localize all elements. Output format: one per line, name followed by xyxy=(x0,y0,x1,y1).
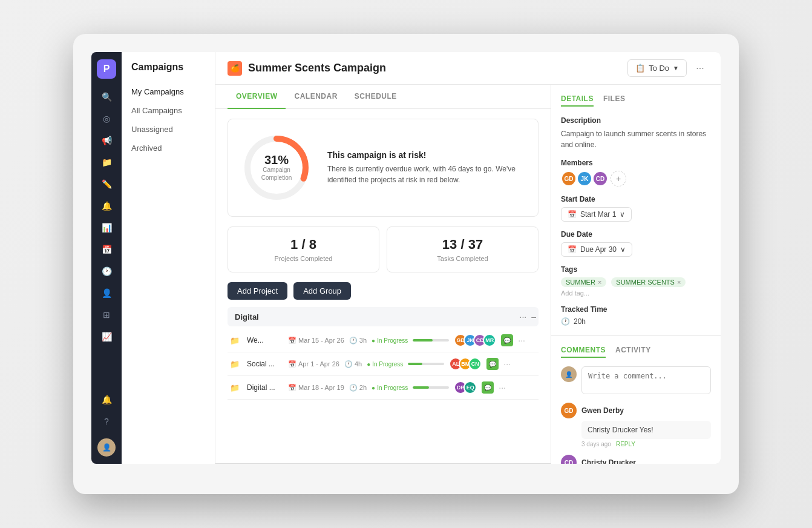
nav-my-campaigns[interactable]: My Campaigns xyxy=(122,82,215,101)
nav-unassigned[interactable]: Unassigned xyxy=(122,120,215,139)
tags-label: Tags xyxy=(561,265,711,274)
folder-icon-2: 📁 xyxy=(230,358,242,370)
user-avatar[interactable]: 👤 xyxy=(97,438,116,457)
tag-close-1[interactable]: × xyxy=(598,279,601,286)
row-more-3[interactable]: ··· xyxy=(499,383,506,392)
help-icon[interactable]: ? xyxy=(97,412,116,431)
tag-summer: SUMMER × xyxy=(561,277,606,287)
tabs: OVERVIEW CALENDAR SCHEDULE xyxy=(215,85,551,109)
tracked-time-label: Tracked Time xyxy=(561,305,711,314)
project-name-1: We... xyxy=(247,336,283,345)
clock-icon: 🕐 xyxy=(561,317,570,326)
add-project-button[interactable]: Add Project xyxy=(228,282,287,300)
projects-completed-value: 1 / 8 xyxy=(238,237,369,252)
project-dates-3: 📅Mar 18 - Apr 19 xyxy=(288,384,344,392)
progress-bar-1 xyxy=(413,339,449,342)
group-actions: ··· – xyxy=(520,312,536,322)
comment-avatar-1: GD xyxy=(561,403,577,418)
reply-button-1[interactable]: REPLY xyxy=(616,441,635,447)
users-icon[interactable]: 👤 xyxy=(97,283,116,303)
app-logo[interactable]: P xyxy=(97,59,116,79)
tab-activity[interactable]: ACTIVITY xyxy=(615,346,651,358)
tasks-completed-label: Tasks Completed xyxy=(397,255,528,262)
add-group-button[interactable]: Add Group xyxy=(293,282,351,300)
comment-author-2: Christy Drucker xyxy=(581,458,636,464)
add-tag-button[interactable]: Add tag... xyxy=(561,289,589,297)
project-name-3: Digital ... xyxy=(247,383,283,392)
member-avatar-2: JK xyxy=(577,171,592,186)
campaign-title: Summer Scents Campaign xyxy=(248,62,627,74)
group-collapse-icon[interactable]: – xyxy=(531,312,536,322)
tab-details[interactable]: DETAILS xyxy=(561,94,594,107)
risk-text: This campaign is at risk! There is curre… xyxy=(327,150,526,185)
analytics-icon[interactable]: 📈 xyxy=(97,327,116,346)
progress-bar-3 xyxy=(413,386,449,389)
member-avatar-1: GD xyxy=(561,171,577,186)
project-row-3: 📁 Digital ... 📅Mar 18 - Apr 19 🕐2h ●In P… xyxy=(228,376,539,400)
nav-panel: Campaigns My Campaigns All Campaigns Una… xyxy=(122,52,215,464)
due-date-value: Due Apr 30 xyxy=(580,245,617,254)
nav-archived[interactable]: Archived xyxy=(122,139,215,157)
campaigns-icon[interactable]: 📢 xyxy=(97,131,116,150)
chevron-icon: ∨ xyxy=(620,210,625,219)
stats-row: 1 / 8 Projects Completed 13 / 37 Tasks C… xyxy=(228,226,539,272)
donut-percent: 31% xyxy=(261,154,292,166)
description-label: Description xyxy=(561,116,711,125)
comment-author-1: Gwen Derby xyxy=(581,406,624,415)
tab-schedule[interactable]: SCHEDULE xyxy=(346,85,405,109)
icon-sidebar: P 🔍 ◎ 📢 📁 ✏️ 🔔 📊 📅 🕐 👤 ⊞ 📈 🔔 ? 👤 xyxy=(91,52,122,464)
notifications-icon[interactable]: 🔔 xyxy=(97,196,116,216)
progress-bar-2 xyxy=(408,363,444,365)
start-date-button[interactable]: 📅 Start Mar 1 ∨ xyxy=(561,207,632,222)
tab-overview[interactable]: OVERVIEW xyxy=(228,85,286,109)
comment-item-2: CD Christy Drucker xyxy=(561,455,711,464)
group-more-icon[interactable]: ··· xyxy=(520,312,527,322)
project-name-2: Social ... xyxy=(247,360,283,368)
member-avatar-3: CD xyxy=(592,171,608,186)
add-member-button[interactable]: + xyxy=(611,171,626,186)
comment-meta-1: 3 days ago REPLY xyxy=(581,441,711,447)
chevron-icon-2: ∨ xyxy=(620,245,626,254)
comment-input[interactable] xyxy=(581,366,711,394)
reports-icon[interactable]: 📊 xyxy=(97,218,116,237)
projects-completed-card: 1 / 8 Projects Completed xyxy=(228,226,379,272)
chat-icon-1[interactable]: 💬 xyxy=(501,334,513,346)
project-time-3: 🕐2h xyxy=(349,384,367,392)
status-button[interactable]: 📋 To Do ▼ xyxy=(627,59,687,77)
row-more-2[interactable]: ··· xyxy=(503,359,511,369)
nav-all-campaigns[interactable]: All Campaigns xyxy=(122,101,215,120)
time-icon[interactable]: 🕐 xyxy=(97,262,116,281)
risk-description: There is currently overdue work, with 46… xyxy=(327,163,526,185)
action-buttons: Add Project Add Group xyxy=(228,282,539,300)
grid-icon[interactable]: ⊞ xyxy=(97,305,116,325)
alerts-icon[interactable]: 🔔 xyxy=(97,390,116,409)
more-options-button[interactable]: ··· xyxy=(692,60,709,77)
risk-title: This campaign is at risk! xyxy=(327,150,526,160)
search-icon[interactable]: 🔍 xyxy=(97,87,116,107)
donut-label-text: CampaignCompletion xyxy=(261,166,292,182)
files-icon[interactable]: 📁 xyxy=(97,153,116,172)
edit-icon[interactable]: ✏️ xyxy=(97,174,116,194)
main-panel: OVERVIEW CALENDAR SCHEDULE xyxy=(215,85,551,464)
home-icon[interactable]: ◎ xyxy=(97,109,116,128)
project-time-1: 🕐3h xyxy=(349,337,367,345)
tab-calendar[interactable]: CALENDAR xyxy=(286,85,345,109)
row-more-1[interactable]: ··· xyxy=(518,335,525,345)
due-date-button[interactable]: 📅 Due Apr 30 ∨ xyxy=(561,242,632,257)
folder-icon: 📁 xyxy=(230,334,242,346)
project-status-2: ●In Progress xyxy=(367,361,403,368)
main-content: 🍊 Summer Scents Campaign 📋 To Do ▼ ··· O… xyxy=(215,52,721,464)
project-status-1: ●In Progress xyxy=(372,337,408,344)
tab-files[interactable]: FILES xyxy=(603,94,626,107)
chat-icon-3[interactable]: 💬 xyxy=(482,381,494,394)
comment-item-1: GD Gwen Derby Christy Drucker Yes! 3 day… xyxy=(561,403,711,447)
chat-icon-2[interactable]: 💬 xyxy=(486,358,499,370)
top-bar: 🍊 Summer Scents Campaign 📋 To Do ▼ ··· xyxy=(215,52,721,85)
overview-content: 31% CampaignCompletion This campaign is … xyxy=(215,109,551,409)
tag-close-2[interactable]: × xyxy=(677,279,681,286)
calendar-icon: 📅 xyxy=(568,210,577,219)
folder-icon-3: 📁 xyxy=(230,381,242,394)
comment-body-1: Christy Drucker Yes! xyxy=(581,421,711,439)
calendar-icon[interactable]: 📅 xyxy=(97,240,116,259)
tab-comments[interactable]: COMMENTS xyxy=(561,346,606,358)
